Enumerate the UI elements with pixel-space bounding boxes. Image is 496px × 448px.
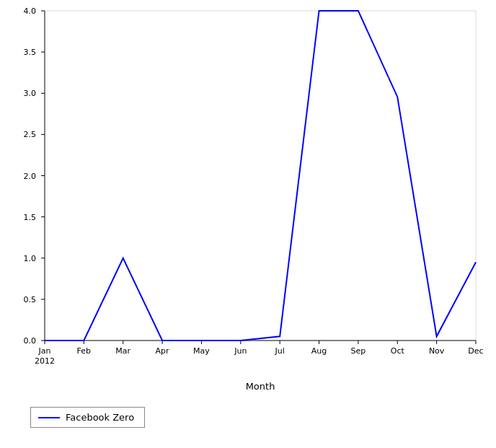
- x-tick-oct: Oct: [391, 346, 405, 356]
- x-tick-mar: Mar: [115, 346, 130, 356]
- y-tick-1: 1.0: [24, 254, 37, 263]
- y-tick-2: 2.0: [24, 172, 37, 181]
- legend-label: Facebook Zero: [66, 412, 134, 423]
- x-tick-feb: Feb: [77, 346, 91, 356]
- y-tick-4: 4.0: [24, 6, 37, 16]
- x-tick-jan: Jan: [38, 346, 51, 356]
- x-tick-dec: Dec: [468, 346, 483, 356]
- x-tick-apr: Apr: [156, 346, 170, 356]
- legend-box: Facebook Zero: [30, 407, 145, 428]
- y-tick-0: 0.0: [24, 336, 37, 346]
- y-tick-05: 0.5: [24, 295, 37, 304]
- x-tick-may: May: [193, 346, 210, 356]
- y-tick-3: 3.0: [24, 89, 37, 98]
- y-tick-15: 1.5: [24, 213, 37, 222]
- x-tick-aug: Aug: [311, 346, 327, 356]
- x-tick-jun: Jun: [234, 346, 247, 356]
- x-tick-sep: Sep: [351, 346, 366, 356]
- x-tick-nov: Nov: [429, 346, 445, 356]
- x-tick-2012: 2012: [35, 356, 55, 366]
- y-tick-25: 2.5: [24, 130, 37, 139]
- y-tick-35: 3.5: [24, 48, 37, 57]
- x-tick-jul: Jul: [275, 346, 285, 356]
- chart-svg: 0.0 0.5 1.0 1.5 2.0 2.5 3.0 3.5 4.0 Jan …: [0, 0, 496, 448]
- chart-container: 0.0 0.5 1.0 1.5 2.0 2.5 3.0 3.5 4.0 Jan …: [0, 0, 496, 448]
- legend-line: [38, 417, 60, 418]
- x-axis-label: Month: [246, 381, 275, 392]
